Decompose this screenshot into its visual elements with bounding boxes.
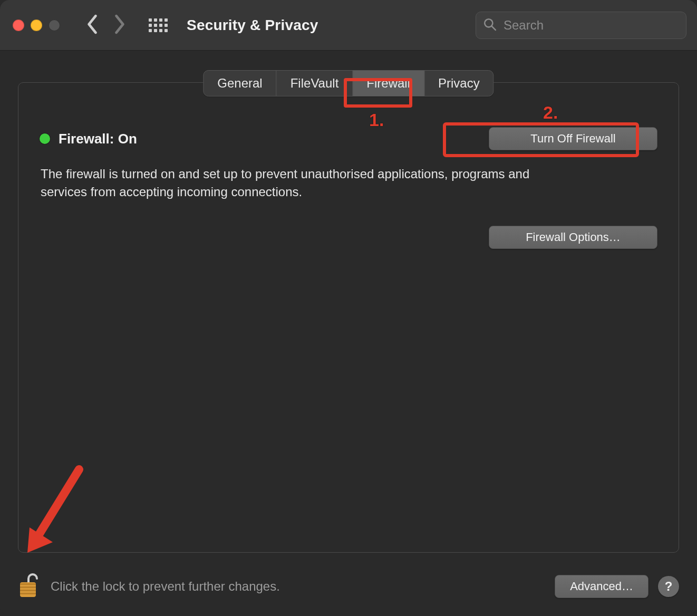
- svg-rect-5: [20, 586, 36, 588]
- firewall-status-label: Firewall: On: [59, 131, 137, 147]
- window-controls: [13, 20, 60, 31]
- forward-button: [113, 14, 127, 36]
- lock-area[interactable]: Click the lock to prevent further change…: [18, 572, 280, 601]
- back-button[interactable]: [85, 14, 99, 36]
- close-window-button[interactable]: [13, 20, 24, 31]
- firewall-options-button[interactable]: Firewall Options…: [489, 226, 657, 249]
- tab-filevault[interactable]: FileVault: [277, 71, 353, 96]
- nav-arrows: [85, 14, 127, 36]
- tab-firewall[interactable]: Firewall: [353, 71, 424, 96]
- svg-rect-6: [20, 590, 36, 591]
- zoom-window-button: [49, 20, 60, 31]
- svg-rect-4: [20, 583, 36, 585]
- help-button[interactable]: ?: [658, 576, 679, 597]
- search-icon: [483, 17, 497, 33]
- preferences-window: Security & Privacy General FileVault Fir…: [0, 0, 697, 616]
- svg-line-1: [491, 26, 495, 30]
- minimize-window-button[interactable]: [31, 20, 42, 31]
- content-card: General FileVault Firewall Privacy Firew…: [18, 82, 679, 553]
- tab-bar: General FileVault Firewall Privacy: [203, 70, 493, 97]
- show-all-button[interactable]: [149, 18, 168, 32]
- turn-off-firewall-button[interactable]: Turn Off Firewall: [489, 127, 657, 150]
- search-wrap: [476, 12, 686, 39]
- options-row: Firewall Options…: [18, 226, 679, 249]
- advanced-button[interactable]: Advanced…: [555, 575, 648, 598]
- status-indicator-icon: [40, 133, 50, 144]
- tab-privacy[interactable]: Privacy: [424, 71, 493, 96]
- svg-rect-7: [20, 593, 36, 594]
- window-title: Security & Privacy: [187, 17, 318, 34]
- lock-text: Click the lock to prevent further change…: [51, 579, 280, 594]
- footer-bar: Click the lock to prevent further change…: [18, 572, 679, 601]
- search-input[interactable]: [476, 12, 686, 39]
- lock-open-icon: [18, 572, 41, 601]
- toolbar: Security & Privacy: [0, 0, 697, 51]
- tab-general[interactable]: General: [204, 71, 276, 96]
- firewall-description: The firewall is turned on and set up to …: [18, 165, 577, 200]
- firewall-status-row: Firewall: On Turn Off Firewall: [18, 127, 679, 150]
